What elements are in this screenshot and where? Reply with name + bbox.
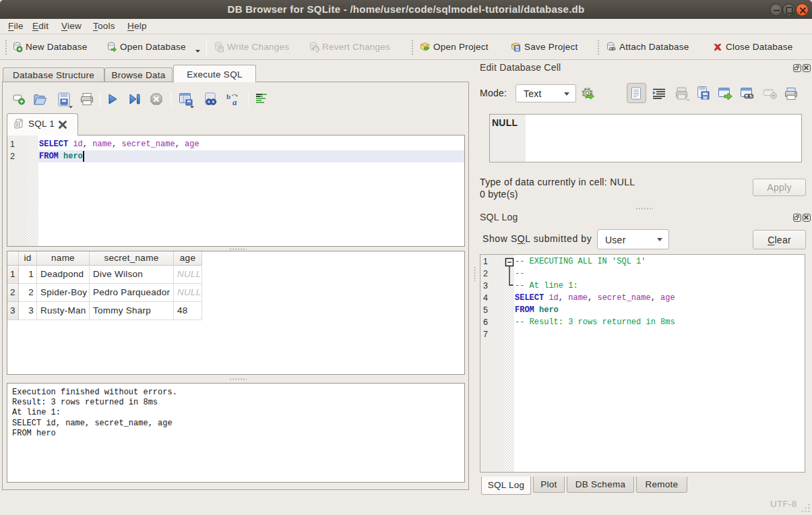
svg-text:a: a (232, 97, 237, 107)
svg-text:b: b (226, 92, 230, 100)
